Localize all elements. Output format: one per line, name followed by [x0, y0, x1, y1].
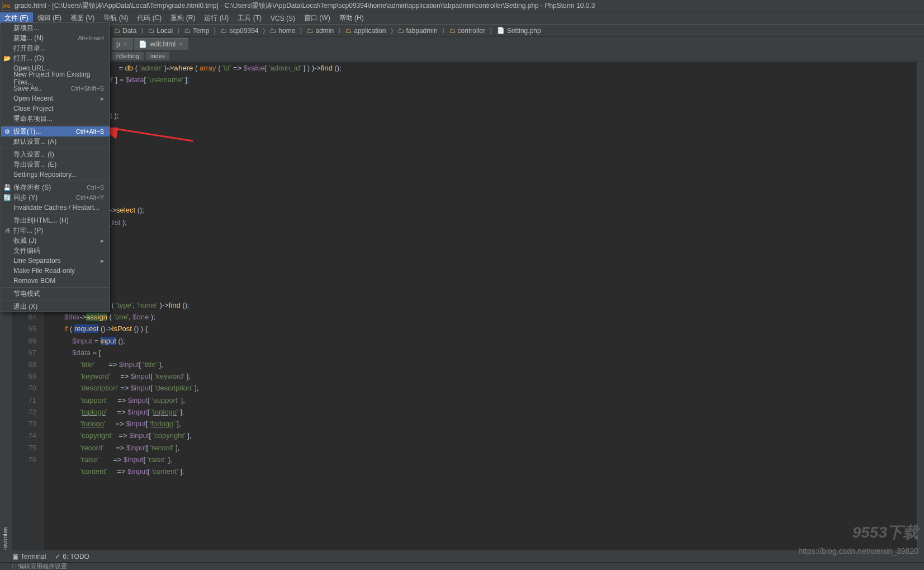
menu-vcs[interactable]: VCS (S) [266, 13, 300, 23]
folder-icon: 🗀 [449, 27, 456, 34]
file-menu-item[interactable]: 新建... (N)Alt+Insert [1, 33, 110, 43]
file-menu-item[interactable]: Remove BOM [1, 276, 110, 286]
menu-shortcut: Ctrl+S [87, 184, 104, 191]
menu-item-label: 文件编码 [13, 246, 40, 256]
file-menu-item[interactable]: 节电模式 [1, 289, 110, 299]
file-menu-item[interactable]: 🔄同步 (Y)Ctrl+Alt+Y [1, 192, 110, 202]
menu-item-label: Close Project [13, 105, 53, 112]
context-tag[interactable]: index [146, 52, 169, 60]
close-icon[interactable]: × [179, 40, 183, 48]
menu-item-label: 打开目录... [13, 44, 46, 53]
folder-icon: 🗀 [114, 27, 120, 34]
menu-shortcut: Alt+Insert [78, 35, 104, 41]
breadcrumb-item[interactable]: 🗀Data [112, 27, 146, 35]
menu-item-label: 新建... (N) [13, 34, 44, 43]
menu-refactor[interactable]: 重构 (R) [166, 12, 200, 24]
watermark-brand: 9553下载 [852, 522, 918, 543]
file-menu-item[interactable]: 默认设置... (A) [1, 136, 110, 147]
breadcrumb-item[interactable]: 🗀scp09394 [219, 27, 268, 35]
file-menu-item[interactable]: 导入设置... (I) [1, 149, 110, 159]
right-error-strip [917, 62, 924, 556]
menu-shortcut: Ctrl+Alt+S [76, 128, 104, 135]
status-text: □ 编辑应用程序设置 [12, 562, 67, 570]
file-menu-item[interactable]: Invalidate Caches / Restart... [1, 202, 110, 213]
file-menu-item[interactable]: 文件编码 [1, 246, 110, 256]
folder-icon: 🗀 [307, 27, 313, 34]
editor-tabs: p× 📄edit.html× [0, 37, 924, 50]
file-menu-item[interactable]: 📂打开... (O) [1, 53, 110, 63]
menu-run[interactable]: 运行 (U) [200, 12, 233, 24]
menu-item-label: 导出到HTML... (H) [13, 216, 69, 225]
menu-item-label: 收藏 (J) [13, 236, 36, 246]
menu-tools[interactable]: 工具 (T) [233, 12, 266, 24]
folder-icon: 🗀 [184, 27, 191, 34]
breadcrumb-item[interactable]: 🗀fabpadmin [396, 27, 447, 35]
menu-help[interactable]: 帮助 (H) [335, 12, 368, 24]
file-menu-item[interactable]: 导出到HTML... (H) [1, 215, 110, 225]
file-menu-item[interactable]: 💾保存所有 (S)Ctrl+S [1, 182, 110, 192]
menu-item-label: 导出设置... (E) [13, 160, 56, 169]
menu-item-label: Settings Repository... [13, 171, 77, 178]
file-menu-item[interactable]: 新项目... [1, 23, 110, 33]
file-menu-item[interactable]: Line Separators [1, 256, 110, 266]
terminal-icon: ▣ [12, 553, 18, 560]
watermark-url: https://blog.csdn.net/weixin_39820 [798, 547, 918, 555]
window-title: grade.html - [C:\Users\梁镇涛\AppData\Local… [15, 1, 595, 11]
menu-item-icon: 💾 [3, 184, 11, 191]
file-menu-item[interactable]: Settings Repository... [1, 169, 110, 180]
status-bar: □ 编辑应用程序设置 [0, 562, 924, 570]
file-menu-item[interactable]: 退出 (X) [1, 302, 110, 312]
context-tag[interactable]: r\Setting [112, 52, 144, 60]
breadcrumb-item[interactable]: 🗀controller [447, 27, 495, 35]
code-content[interactable]: = db ( 'admin' )->where ( array ( 'id' =… [44, 62, 917, 556]
folder-icon: 🗀 [148, 27, 154, 34]
file-menu-item[interactable]: 重命名项目... [1, 114, 110, 124]
file-menu-item[interactable]: Close Project [1, 103, 110, 114]
code-editor[interactable]: 6364656667686970717273747576 = db ( 'adm… [12, 62, 917, 556]
folder-icon: 🗀 [221, 27, 227, 34]
titlebar: PS grade.html - [C:\Users\梁镇涛\AppData\Lo… [0, 0, 924, 12]
app-icon: PS [2, 2, 11, 11]
menu-item-icon: ⚙ [3, 128, 11, 135]
file-menu-item[interactable]: 🖨打印... (P) [1, 225, 110, 235]
menu-shortcut: Ctrl+Alt+Y [76, 194, 104, 201]
menu-item-label: 默认设置... (A) [13, 137, 56, 147]
menu-item-label: 打印... (P) [13, 226, 43, 235]
menu-code[interactable]: 代码 (C) [132, 12, 166, 24]
breadcrumb-item[interactable]: 🗀Local [146, 27, 182, 35]
file-menu-item[interactable]: 导出设置... (E) [1, 159, 110, 169]
menu-item-label: Make File Read-only [13, 267, 75, 275]
editor-tab[interactable]: 📄edit.html× [134, 38, 188, 50]
menu-shortcut: Ctrl+Shift+S [71, 85, 104, 92]
file-menu-item[interactable]: Save As..Ctrl+Shift+S [1, 83, 110, 93]
close-icon[interactable]: × [124, 40, 127, 48]
folder-icon: 🗀 [270, 27, 276, 34]
file-menu-item[interactable]: ⚙设置(T)...Ctrl+Alt+S [1, 126, 110, 136]
menu-item-label: 新项目... [13, 23, 39, 33]
breadcrumb-item[interactable]: 🗀Temp [182, 27, 219, 35]
todo-toolwindow-button[interactable]: ✓6: TODO [55, 553, 89, 560]
breadcrumb-item[interactable]: 📄Setting.php [495, 27, 548, 35]
php-file-icon: 📄 [497, 27, 505, 34]
menu-item-label: Remove BOM [13, 277, 55, 285]
breadcrumb-item[interactable]: 🗀application [343, 27, 395, 35]
folder-icon: 🗀 [345, 27, 352, 34]
menu-item-label: Invalidate Caches / Restart... [13, 204, 99, 211]
menu-item-label: 保存所有 (S) [13, 183, 51, 192]
file-menu-dropdown: 新项目...新建... (N)Alt+Insert打开目录...📂打开... (… [1, 22, 110, 312]
editor-tab[interactable]: p× [112, 38, 133, 50]
menu-window[interactable]: 窗口 (W) [300, 12, 335, 24]
menu-item-label: Line Separators [13, 257, 61, 265]
file-menu-item[interactable]: 打开目录... [1, 43, 110, 53]
breadcrumb-item[interactable]: 🗀home [268, 27, 305, 35]
menu-item-label: 节电模式 [13, 289, 40, 299]
menu-item-label: Open Recent [13, 95, 53, 102]
file-menu-item[interactable]: Make File Read-only [1, 266, 110, 276]
file-menu-item[interactable]: Open Recent [1, 93, 110, 103]
breadcrumb-item[interactable]: 🗀admin [305, 27, 343, 35]
menubar: 文件 (F) 编辑 (E) 视图 (V) 导航 (N) 代码 (C) 重构 (R… [0, 12, 924, 25]
menu-item-label: 重命名项目... [13, 114, 53, 124]
terminal-toolwindow-button[interactable]: ▣Terminal [12, 553, 46, 560]
file-menu-item[interactable]: 收藏 (J) [1, 235, 110, 246]
file-menu-item[interactable]: New Project from Existing Files... [1, 73, 110, 83]
